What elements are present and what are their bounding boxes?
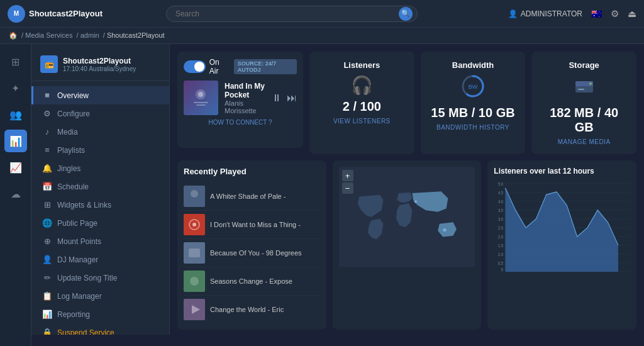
app-logo[interactable]: M Shoutcast2Playout (8, 5, 121, 23)
track-thumb-3 (184, 242, 205, 264)
listeners-icon: 🎧 (318, 75, 406, 96)
album-art (184, 81, 218, 115)
on-air-row: On Air SOURCE: 24/7 AUTODJ (184, 58, 297, 75)
toggle-switch[interactable] (184, 60, 206, 73)
logo-icon: M (8, 5, 25, 23)
how-connect-link[interactable]: HOW TO CONNECT ? (184, 119, 297, 126)
svg-text:2.5: 2.5 (498, 225, 503, 230)
search-input[interactable] (166, 6, 418, 22)
bottom-row: Recently Played A Whiter Shade of Pale -… (177, 160, 636, 330)
admin-user: 👤 ADMINISTRATOR (508, 9, 582, 18)
search-button[interactable]: 🔍 (399, 7, 413, 21)
overview-icon: ≡ (42, 91, 52, 100)
sidebar-item-dj-manager[interactable]: 👤 DJ Manager (31, 250, 169, 269)
track-title-5: Change the World - Eric (210, 306, 284, 313)
sidebar-item-mount-points[interactable]: ⊕ Mount Points (31, 232, 169, 250)
icon-rail: ⊞ ✦ 👥 📊 📈 ☁ (0, 44, 31, 346)
service-name: Shoutcast2Playout (63, 57, 136, 65)
main-content: On Air SOURCE: 24/7 AUTODJ (170, 44, 644, 335)
settings-icon[interactable]: ⚙ (611, 8, 619, 20)
now-playing-card: On Air SOURCE: 24/7 AUTODJ (177, 52, 303, 148)
svg-rect-18 (189, 248, 200, 257)
sidebar-item-configure[interactable]: ⚙ Configure (31, 104, 169, 123)
bandwidth-value: 15 MB / 10 GB (430, 106, 517, 120)
track-title-2: I Don't Want to Miss a Thing - (210, 221, 301, 228)
rail-analytics[interactable]: 📈 (4, 156, 27, 179)
sidebar-item-update-song[interactable]: ✏ Update Song Title (31, 269, 169, 287)
pause-icon[interactable]: ⏸ (272, 92, 282, 104)
sidebar-label-mount-points: Mount Points (57, 237, 101, 246)
track-item: I Don't Want to Miss a Thing - (184, 211, 320, 239)
next-icon[interactable]: ⏭ (287, 92, 297, 104)
topnav-right: 👤 ADMINISTRATOR 🇦🇺 ⚙ ⏏ (508, 8, 636, 20)
svg-text:4.5: 4.5 (498, 190, 503, 195)
sidebar-item-media[interactable]: ♪ Media (31, 123, 169, 141)
listeners-value: 2 / 100 (318, 99, 406, 114)
track-thumb-1 (184, 186, 205, 207)
song-title: Hand In My Pocket (225, 82, 265, 99)
sidebar-item-public-page[interactable]: 🌐 Public Page (31, 214, 169, 232)
zoom-in-button[interactable]: + (342, 170, 353, 181)
breadcrumb-media[interactable]: Media Services (25, 31, 72, 39)
bandwidth-card: Bandwidth BW 15 MB / 10 GB BANDWIDTH HIS… (421, 52, 526, 154)
chart-title: Listeners over last 12 hours (494, 167, 630, 176)
svg-point-2 (198, 92, 203, 97)
bandwidth-link[interactable]: BANDWIDTH HISTORY (430, 124, 517, 131)
sidebar-item-playlists[interactable]: ≡ Playlists (31, 141, 169, 159)
sidebar-item-overview[interactable]: ≡ Overview (31, 86, 169, 104)
playlists-icon: ≡ (42, 145, 52, 155)
rail-users[interactable]: 👥 (4, 103, 27, 126)
rail-cloud[interactable]: ☁ (4, 182, 27, 205)
storage-value: 182 MB / 40 GB (540, 106, 628, 135)
sidebar-item-suspend[interactable]: 🔒 Suspend Service (31, 323, 169, 335)
reporting-icon: 📊 (42, 310, 52, 319)
schedule-icon: 📅 (42, 182, 52, 191)
rail-dashboard[interactable]: ⊞ (4, 50, 27, 73)
sidebar-label-suspend: Suspend Service (57, 328, 114, 335)
player-row: Hand In My Pocket Alanis Morissette ⏸ ⏭ (184, 81, 297, 115)
on-air-toggle[interactable]: On Air (184, 58, 228, 75)
listeners-link[interactable]: VIEW LISTENERS (318, 118, 406, 125)
svg-text:1.0: 1.0 (498, 252, 503, 257)
world-map: + − (339, 167, 475, 267)
track-item: Seasons Change - Expose (184, 267, 320, 296)
svg-text:5.0: 5.0 (498, 181, 503, 186)
track-item: Because Of You - 98 Degrees (184, 239, 320, 267)
storage-link[interactable]: MANAGE MEDIA (540, 138, 628, 145)
rail-network[interactable]: ✦ (4, 77, 27, 99)
sidebar-label-public-page: Public Page (57, 219, 97, 228)
sidebar-label-widgets: Widgets & Links (57, 201, 111, 209)
sidebar-item-widgets[interactable]: ⊞ Widgets & Links (31, 196, 169, 214)
logout-icon[interactable]: ⏏ (628, 8, 636, 20)
svg-text:BW: BW (469, 84, 478, 90)
svg-point-16 (192, 223, 196, 226)
rail-stats[interactable]: 📊 (4, 130, 27, 152)
jingles-icon: 🔔 (42, 164, 52, 173)
svg-text:3.0: 3.0 (498, 216, 503, 221)
bandwidth-title: Bandwidth (430, 60, 517, 70)
sidebar-label-log-manager: Log Manager (57, 292, 102, 301)
breadcrumb-admin[interactable]: admin (80, 31, 99, 39)
sidebar-label-playlists: Playlists (57, 146, 85, 155)
widgets-icon: ⊞ (42, 200, 52, 209)
sidebar-item-schedule[interactable]: 📅 Schedule (31, 177, 169, 196)
svg-text:3.5: 3.5 (498, 208, 503, 213)
update-song-icon: ✏ (42, 273, 52, 282)
sidebar-item-reporting[interactable]: 📊 Reporting (31, 305, 169, 323)
sidebar: 📻 Shoutcast2Playout 17:10:40 Australia/S… (31, 44, 170, 335)
track-thumb-2 (184, 214, 205, 235)
zoom-out-button[interactable]: − (342, 182, 353, 194)
public-page-icon: 🌐 (42, 218, 52, 228)
track-title-1: A Whiter Shade of Pale - (210, 193, 286, 200)
media-icon: ♪ (42, 127, 52, 137)
bandwidth-icon: BW (430, 75, 517, 102)
song-artist: Alanis Morissette (225, 99, 265, 114)
svg-point-13 (191, 190, 198, 198)
player-controls: ⏸ ⏭ (272, 92, 297, 104)
suspend-icon: 🔒 (42, 328, 52, 335)
sidebar-item-log-manager[interactable]: 📋 Log Manager (31, 287, 169, 305)
svg-text:0: 0 (501, 267, 504, 272)
map-card: + − (333, 160, 482, 330)
sidebar-label-jingles: Jingles (57, 164, 80, 173)
sidebar-item-jingles[interactable]: 🔔 Jingles (31, 159, 169, 177)
